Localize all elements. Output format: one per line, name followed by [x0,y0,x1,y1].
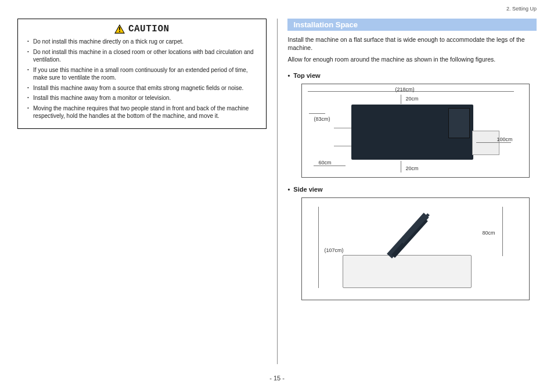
printer-lid-inner-shape [392,218,429,258]
svg-rect-2 [119,31,120,32]
top-view-label: Top view [287,72,537,79]
caution-title: CAUTION [128,24,170,34]
caution-item: Do not install this machine directly on … [33,38,260,46]
two-column-layout: CAUTION Do not install this machine dire… [17,19,537,367]
dim-front: 20cm [405,166,418,171]
intro-paragraph: Allow for enough room around the machine… [287,55,537,63]
warning-triangle-icon [114,24,125,34]
printer-base-shape [343,255,472,288]
caution-item: If you use this machine in a small room … [33,66,260,82]
side-view-figure: (107cm) 80cm [301,197,530,300]
dim-left: 60cm [318,160,331,166]
output-tray-shape [472,131,499,155]
chapter-header: 2. Setting Up [506,6,537,12]
caution-item: Install this machine away from a monitor… [33,94,260,102]
dim-height: (107cm) [324,247,343,253]
caution-item: Do not install this machine in a closed … [33,48,260,64]
paper-feed-shape [334,128,351,146]
left-column: CAUTION Do not install this machine dire… [17,19,277,129]
printer-top-shape [351,105,473,160]
right-column: Installation Space Install the machine o… [277,19,537,304]
dim-right: 100cm [497,136,512,142]
control-panel-shape [448,108,470,138]
caution-item: Moving the machine requires that two peo… [33,105,260,120]
dim-width-total: (218cm) [395,87,414,92]
top-view-figure: (218cm) 20cm (83cm) 100cm 60cm [301,84,530,178]
dim-above: 80cm [482,230,495,236]
page-number: - 15 - [0,375,554,382]
dim-back: 20cm [405,96,418,102]
svg-rect-1 [119,27,120,30]
page-container: 2. Setting Up CAUTION Do not install t [0,0,554,392]
dim-depth: (83cm) [314,116,330,122]
section-heading: Installation Space [287,19,537,31]
caution-list: Do not install this machine directly on … [24,38,260,120]
intro-paragraph: Install the machine on a flat surface th… [287,35,537,52]
caution-box: CAUTION Do not install this machine dire… [17,19,267,129]
caution-item: Install this machine away from a source … [33,84,260,92]
side-view-label: Side view [287,186,537,193]
caution-title-row: CAUTION [24,24,260,34]
